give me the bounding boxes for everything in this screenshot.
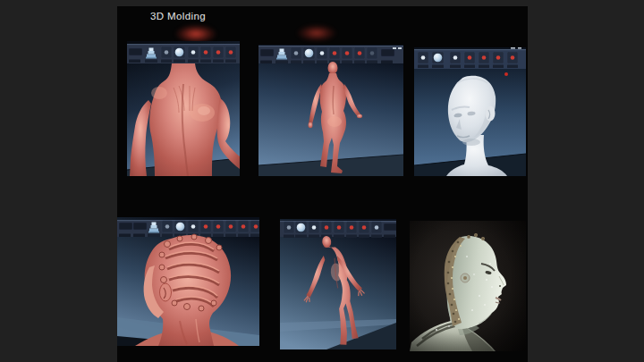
white-dot-icon: [317, 47, 327, 63]
red-dot-icon: [479, 52, 489, 68]
cursor-dot: [504, 72, 508, 76]
red-dot-icon: [507, 52, 518, 68]
zbrush-toolbar: [258, 46, 403, 63]
material-sphere-icon: [303, 47, 315, 63]
red-dot-icon: [200, 221, 211, 237]
gray-dot-icon: [162, 221, 173, 237]
toolbar-button: [119, 223, 132, 237]
red-dot-icon: [346, 222, 357, 238]
white-dot-icon: [188, 46, 199, 63]
gallery-panel-sculpt-ornate-head: [117, 217, 259, 346]
white-dot-icon: [418, 52, 428, 68]
red-dot-icon: [213, 46, 224, 63]
gray-dot-icon: [291, 47, 301, 63]
vignette: [410, 221, 526, 351]
window-control-icon: [398, 47, 402, 49]
white-dot-icon: [450, 52, 461, 68]
red-dot-icon: [321, 222, 332, 238]
zbrush-toolbar: [280, 221, 396, 238]
gallery-panel-sculpt-back-torso: [127, 41, 240, 176]
toolbar-button: [133, 223, 147, 237]
red-dot-icon: [329, 47, 340, 63]
window-control-icon: [393, 47, 396, 49]
material-sphere-icon: [174, 221, 186, 237]
red-dot-icon: [359, 222, 369, 238]
red-dot-icon: [200, 46, 211, 63]
red-dot-icon: [225, 46, 236, 63]
window-control-icon: [511, 47, 515, 49]
slide: 3D Molding: [117, 6, 528, 362]
gray-dot-icon: [161, 46, 172, 63]
gallery-panel-sculpt-white-head: [414, 47, 526, 176]
material-sphere-icon: [295, 222, 307, 238]
zbrush-toolbar: [414, 47, 526, 69]
dark-dot-icon: [367, 47, 377, 63]
light-dot-icon: [371, 222, 382, 238]
gallery-panel-android-head-render: [410, 221, 526, 351]
red-dot-icon: [238, 221, 249, 237]
gallery-panel-sculpt-full-body-rear: [258, 45, 403, 176]
gallery-panel-sculpt-full-body-side: [280, 219, 396, 349]
red-dot-icon: [250, 221, 259, 237]
red-dot-icon: [225, 221, 236, 237]
red-dot-icon: [213, 221, 224, 237]
zbrush-toolbar: [117, 220, 259, 237]
red-dot-icon: [334, 222, 344, 238]
toolbar-button: [381, 49, 394, 63]
material-sphere-icon: [432, 52, 444, 68]
white-dot-icon: [309, 222, 319, 238]
material-sphere-icon: [174, 46, 185, 63]
ghost-artifact: [296, 24, 337, 42]
window-control-icon: [518, 47, 521, 49]
zbrush-toolbar: [127, 44, 240, 63]
gray-dot-icon: [284, 222, 294, 238]
toolbar-button: [384, 223, 396, 238]
red-dot-icon: [354, 47, 365, 63]
toolbar-button: [260, 49, 274, 63]
red-dot-icon: [493, 52, 504, 68]
page-title: 3D Molding: [150, 11, 206, 21]
red-dot-icon: [464, 52, 475, 68]
toolbar-button: [129, 48, 142, 63]
red-dot-icon: [342, 47, 352, 63]
video-frame: 3D Molding: [0, 0, 644, 362]
